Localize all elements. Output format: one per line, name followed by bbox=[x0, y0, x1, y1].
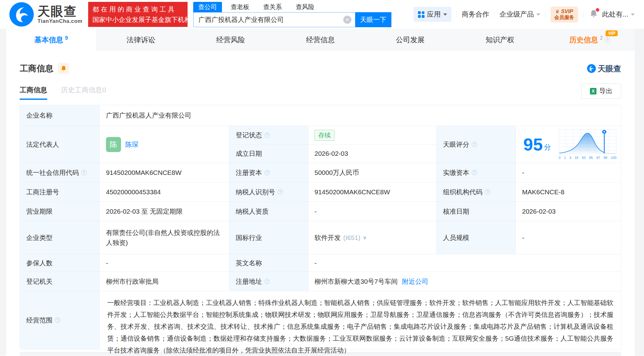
help-icon[interactable]: ? bbox=[472, 142, 477, 147]
menu-enterprise-label: 企业级产品 bbox=[500, 10, 534, 19]
tab-history-info[interactable]: VIP 历史信息 2 ? bbox=[545, 29, 635, 51]
search-tab-company[interactable]: 查公司 bbox=[193, 2, 222, 12]
approval-date-value: 2026-02-03 bbox=[516, 202, 621, 221]
section-header: 工商信息 天眼查 bbox=[20, 63, 621, 74]
tab-basic-info-label: 基本信息 bbox=[34, 35, 63, 45]
section-watermark-logo: 天眼查 bbox=[587, 64, 621, 74]
help-icon[interactable]: ? bbox=[264, 133, 270, 138]
company-type-label: 企业类型 bbox=[20, 221, 100, 254]
legal-rep-link[interactable]: 陈琛 bbox=[125, 140, 138, 149]
search-tab-boss[interactable]: 查老板 bbox=[226, 2, 254, 12]
registration-authority-value: 柳州市行政审批局 bbox=[100, 272, 229, 291]
apps-grid-icon bbox=[418, 11, 425, 18]
help-icon[interactable]: ? bbox=[264, 170, 270, 175]
business-scope-value: 一般经营项目：工业机器人制造；工业机器人销售；特殊作业机器人制造；智能机器人销售… bbox=[100, 291, 621, 349]
menu-more[interactable]: 此处有... bbox=[602, 10, 635, 19]
chevron-down-icon bbox=[631, 13, 635, 16]
svip-label: SVIP bbox=[561, 8, 573, 14]
menu-cooperation[interactable]: 商务合作 bbox=[462, 10, 489, 19]
establish-date-label: 成立日期 bbox=[229, 145, 308, 163]
score-label-text: 天眼评分 bbox=[443, 140, 469, 149]
svip-member-badge[interactable]: ♛ SVIP 会员服务 bbox=[551, 7, 578, 23]
english-name-value: - bbox=[308, 254, 621, 272]
clear-icon[interactable]: ✕ bbox=[343, 16, 351, 24]
search-tabs: 查公司 查老板 查关系 查风险 bbox=[193, 2, 391, 12]
nearby-companies-link[interactable]: 附近公司 bbox=[402, 277, 428, 286]
table-row: 营业期限 2026-02-03 至 无固定期限 纳税人资质 - 核准日期 202… bbox=[20, 202, 621, 221]
notification-bell-icon[interactable] bbox=[590, 9, 598, 19]
chevron-down-icon[interactable]: ∨ bbox=[363, 235, 367, 241]
tab-history-label: 历史信息 bbox=[569, 35, 598, 45]
registration-authority-label: 登记机关 bbox=[20, 272, 100, 291]
help-icon[interactable]: ? bbox=[605, 37, 610, 43]
logo-domain: TianYanCha.com bbox=[38, 18, 83, 24]
industry-value: 软件开发 (I651) ∨ bbox=[308, 221, 437, 254]
tab-legal[interactable]: 法律诉讼 bbox=[96, 29, 186, 51]
business-term-value: 2026-02-03 至 无固定期限 bbox=[100, 202, 229, 221]
search-tab-risk[interactable]: 查风险 bbox=[291, 2, 319, 12]
export-label: 导出 bbox=[599, 87, 612, 95]
taxpayer-qualification-label: 纳税人资质 bbox=[229, 202, 308, 221]
table-row: 企业类型 有限责任公司(非自然人投资或控股的法人独资) 国标行业 软件开发 (I… bbox=[20, 221, 621, 254]
establish-date-subrow: 成立日期 2026-02-03 bbox=[229, 144, 436, 163]
status-subrow: 登记状态 ? 存续 bbox=[229, 126, 436, 144]
company-type-value: 有限责任公司(非自然人投资或控股的法人独资) bbox=[100, 221, 229, 254]
avatar[interactable]: 陈 bbox=[106, 137, 121, 152]
search-tab-relation[interactable]: 查关系 bbox=[258, 2, 287, 12]
score-unit: 分 bbox=[544, 143, 551, 152]
export-button[interactable]: X 导出 bbox=[581, 84, 621, 99]
help-icon[interactable]: ? bbox=[264, 279, 270, 284]
score-axis: 01 315 5085 9799 100 bbox=[559, 156, 616, 160]
subscribe-bell-icon[interactable] bbox=[58, 63, 69, 74]
insured-count-value: - bbox=[100, 254, 229, 272]
status-date-column: 登记状态 ? 存续 成立日期 2026-02-03 bbox=[229, 126, 437, 163]
score-distribution-chart[interactable]: 01 315 5085 9799 100 bbox=[559, 129, 616, 160]
chevron-down-icon bbox=[536, 13, 540, 16]
registered-address-label: 注册地址? bbox=[229, 272, 308, 291]
apps-label: 应用 bbox=[427, 10, 441, 19]
subtab-business-info[interactable]: 工商信息 bbox=[20, 85, 47, 100]
credit-code-value: 91450200MAK6CNCE8W bbox=[100, 163, 229, 182]
help-icon[interactable]: ? bbox=[278, 189, 283, 195]
tianyancha-logo[interactable]: 天眼查 TianYanCha.com bbox=[9, 2, 83, 27]
business-info-table: 企业名称 广西广投机器人产业有限公司 法定代表人 陈 陈琛 登记状态 ? bbox=[20, 105, 621, 349]
excel-icon: X bbox=[590, 88, 596, 94]
help-icon[interactable]: ? bbox=[81, 170, 87, 175]
help-icon[interactable]: ? bbox=[472, 170, 477, 175]
registered-address-value: 柳州市新柳大道30号7号车间 附近公司 bbox=[308, 272, 621, 291]
apps-menu[interactable]: 应用 bbox=[414, 7, 451, 22]
subtab-history-business-info[interactable]: 历史工商信息0 bbox=[61, 85, 106, 100]
vip-badge: VIP bbox=[606, 30, 618, 36]
company-name-value: 广西广投机器人产业有限公司 bbox=[100, 105, 621, 126]
table-row: 经营范围? 一般经营项目：工业机器人制造；工业机器人销售；特殊作业机器人制造；智… bbox=[20, 291, 621, 349]
table-row: 工商注册号 450200000453384 纳税人识别号? 91450200MA… bbox=[20, 182, 621, 202]
search-input[interactable] bbox=[193, 12, 355, 27]
search-row: ✕ 天眼一下 bbox=[193, 12, 391, 27]
tab-company-development[interactable]: 公司发展 bbox=[365, 29, 455, 51]
page-body: 基本信息 9 法律诉讼 经营风险 经营信息 公司发展 知识产权 VIP 历史信息… bbox=[0, 29, 644, 356]
header: 天眼查 TianYanCha.com 都 在 用 的 商 业 查 询 工 具 国… bbox=[0, 0, 644, 29]
tianyancha-logo-icon bbox=[587, 64, 596, 73]
menu-enterprise[interactable]: 企业级产品 bbox=[500, 10, 540, 19]
divider bbox=[456, 11, 457, 18]
menu-more-label: 此处有... bbox=[602, 10, 628, 19]
content: 工商信息 天眼查 工商信息 历史工商信息0 X 导出 bbox=[6, 63, 635, 356]
registered-capital-value: 50000万人民币 bbox=[308, 163, 437, 182]
english-name-label: 英文名称 bbox=[229, 254, 308, 272]
slogan-line1: 都 在 用 的 商 业 查 询 工 具 bbox=[93, 4, 183, 14]
tab-basic-info[interactable]: 基本信息 9 bbox=[6, 29, 96, 51]
tab-intellectual-property[interactable]: 知识产权 bbox=[455, 29, 545, 51]
tab-operating-risk[interactable]: 经营风险 bbox=[186, 29, 275, 51]
help-icon[interactable]: ? bbox=[485, 189, 490, 195]
tab-business-info[interactable]: 经营信息 bbox=[275, 29, 365, 51]
tianyancha-logo-icon bbox=[9, 2, 34, 27]
legal-rep-label: 法定代表人 bbox=[20, 126, 100, 163]
slogan-banner: 都 在 用 的 商 业 查 询 工 具 国家中小企业发展子基金旗下机构 bbox=[88, 2, 188, 27]
search-button[interactable]: 天眼一下 bbox=[355, 12, 391, 27]
logo-name: 天眼查 bbox=[38, 4, 83, 18]
org-code-value: MAK6CNCE-8 bbox=[516, 182, 621, 201]
staff-size-value: - bbox=[516, 221, 621, 254]
establish-date-value: 2026-02-03 bbox=[308, 145, 436, 163]
registered-capital-label: 注册资本? bbox=[229, 163, 308, 182]
help-icon[interactable]: ? bbox=[55, 318, 60, 323]
